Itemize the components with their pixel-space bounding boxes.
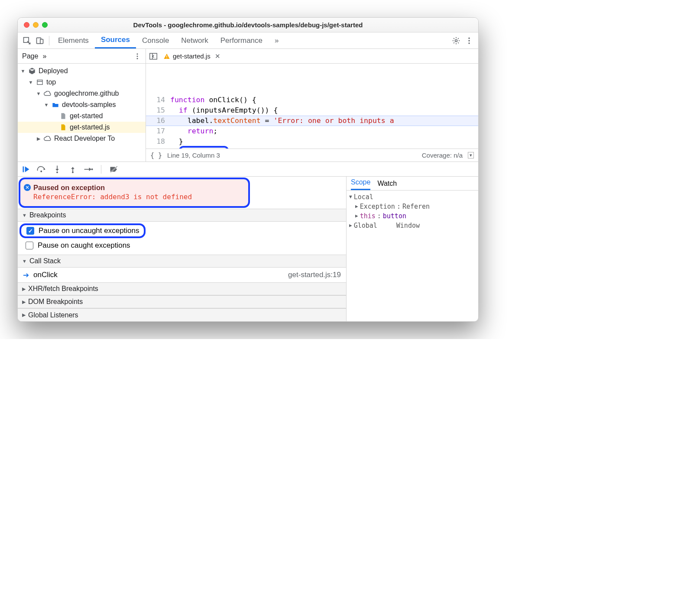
folder-icon: [52, 102, 59, 108]
svg-rect-16: [23, 166, 24, 172]
coverage-label: Coverage: n/a: [422, 152, 463, 159]
editor-status-bar: { } Line 19, Column 3 Coverage: n/a ▾: [146, 149, 478, 162]
tree-label: devtools-samples: [62, 101, 116, 109]
devtools-window: DevTools - googlechrome.github.io/devtoo…: [17, 17, 479, 322]
step-out-icon[interactable]: [68, 165, 78, 174]
tab-elements[interactable]: Elements: [52, 32, 95, 48]
svg-rect-10: [37, 80, 42, 85]
xhr-breakpoints-header[interactable]: ▶XHR/fetch Breakpoints: [18, 282, 346, 295]
cursor-position: Line 19, Column 3: [167, 152, 220, 159]
tree-label: React Developer To: [54, 135, 115, 142]
tab-watch[interactable]: Watch: [377, 177, 397, 190]
step-into-icon[interactable]: [52, 165, 62, 174]
tree-node[interactable]: ▼ Deployed: [18, 65, 146, 77]
section-title: Global Listeners: [28, 311, 78, 319]
tab-console[interactable]: Console: [136, 32, 175, 48]
editor-panel: get-started.js ✕ 14function onClick() {1…: [146, 49, 478, 162]
current-frame-icon: ➔: [23, 271, 29, 280]
file-tab-name: get-started.js: [173, 52, 211, 60]
svg-point-4: [468, 37, 470, 39]
svg-point-9: [137, 58, 138, 59]
tree-node[interactable]: ▼ top: [18, 77, 146, 88]
callstack-section-header[interactable]: ▼Call Stack: [18, 255, 346, 268]
breakpoints-section-header[interactable]: ▼Breakpoints: [18, 209, 346, 222]
tree-node[interactable]: ▶ React Developer To: [18, 133, 146, 144]
svg-rect-14: [166, 55, 167, 57]
section-title: Call Stack: [29, 257, 61, 265]
main-toolbar: Elements Sources Console Network Perform…: [18, 32, 478, 49]
scope-this[interactable]: ▶this: button: [349, 211, 476, 221]
debugger-left-pane: ✕ Paused on exception ReferenceError: ad…: [18, 177, 346, 321]
global-listeners-header[interactable]: ▶Global Listeners: [18, 308, 346, 321]
pause-uncaught-row[interactable]: Pause on uncaught exceptions: [19, 223, 146, 238]
titlebar: DevTools - googlechrome.github.io/devtoo…: [18, 18, 478, 32]
svg-point-19: [56, 171, 58, 173]
tree-label: top: [46, 78, 56, 86]
section-title: XHR/fetch Breakpoints: [28, 285, 98, 293]
resume-icon[interactable]: [21, 165, 31, 174]
step-over-icon[interactable]: [37, 165, 46, 174]
tree-node[interactable]: get-started: [18, 110, 146, 122]
inspect-element-icon[interactable]: [20, 34, 33, 47]
info-icon: ✕: [24, 184, 31, 191]
script-icon: [59, 124, 67, 131]
window-title: DevTools - googlechrome.github.io/devtoo…: [18, 21, 478, 29]
svg-point-8: [137, 55, 138, 57]
scope-exception[interactable]: ▶Exception: Referen: [349, 202, 476, 211]
navigator-sidebar: Page » ▼ Deployed ▼: [18, 49, 146, 162]
warning-icon: [163, 53, 170, 60]
frame-name: onClick: [33, 271, 58, 279]
paused-message: ReferenceError: addend3 is not defined: [33, 193, 242, 201]
svg-point-21: [72, 171, 74, 173]
frame-icon: [36, 79, 44, 86]
scope-local[interactable]: ▼Local: [349, 192, 476, 202]
debugger-toolbar: [18, 162, 478, 176]
coverage-dropdown-icon[interactable]: ▾: [468, 152, 474, 158]
tab-scope[interactable]: Scope: [351, 176, 370, 190]
pretty-print-icon[interactable]: { }: [150, 152, 162, 159]
svg-rect-15: [166, 58, 167, 58]
svg-rect-12: [150, 53, 157, 59]
cloud-icon: [44, 136, 52, 141]
svg-point-7: [137, 53, 138, 55]
cloud-icon: [44, 91, 52, 96]
svg-point-23: [91, 168, 93, 170]
tree-label: get-started.js: [70, 123, 110, 131]
device-toggle-icon[interactable]: [33, 34, 46, 47]
callstack-frame[interactable]: ➔ onClick get-started.js:19: [18, 268, 346, 282]
checkbox-checked-icon[interactable]: [26, 227, 34, 235]
more-menu-icon[interactable]: [463, 34, 476, 47]
svg-point-6: [468, 42, 470, 44]
dom-breakpoints-header[interactable]: ▶DOM Breakpoints: [18, 295, 346, 308]
scope-global[interactable]: ▶Global Window: [349, 221, 476, 230]
tree-node[interactable]: ▼ devtools-samples: [18, 99, 146, 110]
navigator-tabs-overflow[interactable]: »: [42, 52, 46, 60]
checkbox-unchecked-icon[interactable]: [26, 242, 33, 249]
svg-point-17: [40, 170, 42, 172]
code-editor[interactable]: 14function onClick() {15 if (inputsAreEm…: [146, 64, 478, 149]
toggle-navigator-icon[interactable]: [149, 52, 158, 61]
paused-on-exception-banner: ✕ Paused on exception ReferenceError: ad…: [19, 178, 250, 208]
tree-node[interactable]: ▼ googlechrome.github: [18, 88, 146, 99]
tabs-overflow-button[interactable]: »: [269, 32, 285, 48]
checkbox-label: Pause on caught exceptions: [38, 241, 130, 250]
tab-sources[interactable]: Sources: [95, 32, 136, 48]
file-tab[interactable]: get-started.js ✕: [162, 52, 222, 60]
close-tab-icon[interactable]: ✕: [215, 52, 220, 60]
paused-title: Paused on exception: [33, 184, 242, 192]
step-icon[interactable]: [84, 165, 93, 174]
navigator-more-icon[interactable]: [133, 52, 141, 60]
section-title: Breakpoints: [29, 211, 66, 219]
checkbox-label: Pause on uncaught exceptions: [39, 226, 139, 235]
tab-network[interactable]: Network: [175, 32, 214, 48]
svg-rect-2: [40, 39, 43, 43]
tab-performance[interactable]: Performance: [214, 32, 269, 48]
svg-point-3: [455, 39, 457, 42]
deactivate-breakpoints-icon[interactable]: [109, 165, 119, 174]
tree-node-selected[interactable]: get-started.js: [18, 122, 146, 133]
settings-icon[interactable]: [450, 34, 463, 47]
navigator-tab-page[interactable]: Page: [22, 52, 38, 60]
section-title: DOM Breakpoints: [28, 298, 83, 306]
svg-point-5: [468, 40, 470, 41]
pause-caught-row[interactable]: Pause on caught exceptions: [18, 238, 346, 253]
